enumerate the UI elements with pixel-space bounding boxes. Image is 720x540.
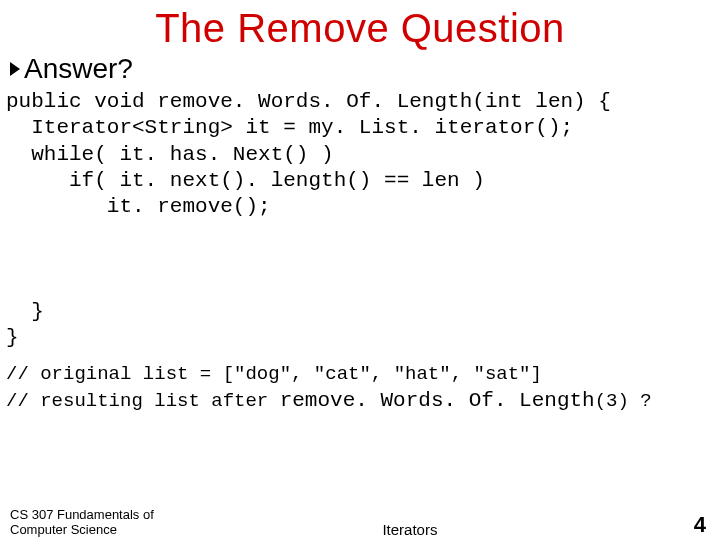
footer-course-text: CS 307 Fundamentals of Computer Science: [10, 507, 154, 538]
slide-title: The Remove Question: [0, 6, 720, 51]
code-line: }: [6, 326, 19, 349]
bullet-text: Answer?: [24, 53, 133, 85]
comment-line-suffix: (3) ?: [595, 390, 652, 412]
footer-topic: Iterators: [154, 521, 666, 538]
comment-line: // original list = ["dog", "cat", "hat",…: [6, 363, 542, 385]
slide: The Remove Question Answer? public void …: [0, 6, 720, 540]
comment-block: // original list = ["dog", "cat", "hat",…: [0, 362, 720, 416]
code-line: }: [6, 300, 44, 323]
comment-line-call: remove. Words. Of. Length: [280, 389, 595, 412]
footer-page-number: 4: [666, 512, 706, 538]
footer: CS 307 Fundamentals of Computer Science …: [0, 507, 720, 538]
code-line: if( it. next(). length() == len ): [6, 169, 485, 192]
comment-line-prefix: // resulting list after: [6, 390, 280, 412]
code-line: Iterator<String> it = my. List. iterator…: [6, 116, 573, 139]
bullet-row: Answer?: [0, 53, 720, 85]
code-line: while( it. has. Next() ): [6, 143, 334, 166]
footer-course: CS 307 Fundamentals of Computer Science: [10, 507, 154, 538]
code-line: public void remove. Words. Of. Length(in…: [6, 90, 611, 113]
code-line: it. remove();: [6, 195, 271, 218]
code-block: public void remove. Words. Of. Length(in…: [0, 89, 720, 352]
triangle-bullet-icon: [10, 62, 20, 76]
